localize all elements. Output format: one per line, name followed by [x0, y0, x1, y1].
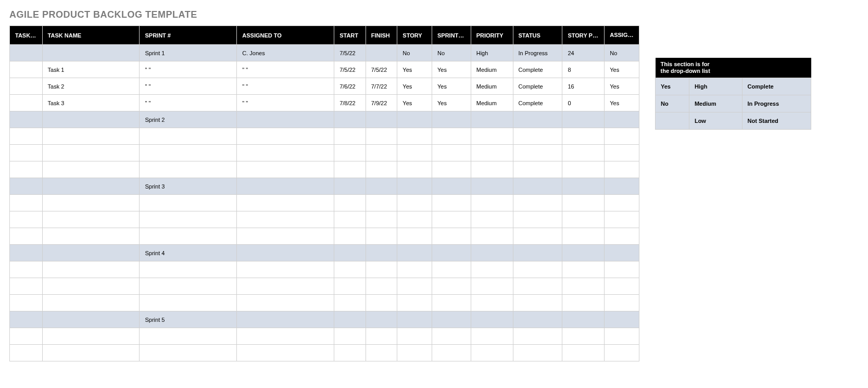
- cell-assigned-to[interactable]: [237, 228, 334, 245]
- cell-finish[interactable]: [366, 111, 397, 128]
- task-row[interactable]: [10, 128, 639, 145]
- cell-assigned-to-sprint[interactable]: [605, 211, 639, 228]
- cell-task-id[interactable]: [10, 195, 43, 211]
- cell-priority[interactable]: [471, 345, 513, 361]
- task-row[interactable]: Task 1" "" "7/5/227/5/22YesYesMediumComp…: [10, 61, 639, 78]
- cell-finish[interactable]: [366, 178, 397, 195]
- cell-task-name[interactable]: [42, 45, 140, 61]
- cell-story-points[interactable]: [562, 178, 605, 195]
- cell-story-points[interactable]: 16: [562, 78, 605, 95]
- cell-sprint[interactable]: [140, 345, 237, 361]
- cell-sprint[interactable]: Sprint 1: [140, 45, 237, 61]
- cell-priority[interactable]: [471, 195, 513, 211]
- cell-sprint-ready[interactable]: [432, 245, 471, 261]
- cell-story[interactable]: No: [397, 45, 432, 61]
- cell-story[interactable]: [397, 345, 432, 361]
- cell-task-id[interactable]: [10, 161, 43, 178]
- cell-sprint[interactable]: [140, 228, 237, 245]
- cell-story[interactable]: [397, 111, 432, 128]
- task-row[interactable]: [10, 195, 639, 211]
- cell-story[interactable]: [397, 161, 432, 178]
- cell-assigned-to[interactable]: " ": [237, 61, 334, 78]
- task-row[interactable]: [10, 295, 639, 311]
- cell-sprint-ready[interactable]: [432, 295, 471, 311]
- cell-story[interactable]: [397, 245, 432, 261]
- cell-task-id[interactable]: [10, 111, 43, 128]
- cell-finish[interactable]: 7/5/22: [366, 61, 397, 78]
- cell-status[interactable]: [513, 161, 562, 178]
- cell-task-id[interactable]: [10, 128, 43, 145]
- cell-finish[interactable]: [366, 211, 397, 228]
- cell-status[interactable]: [513, 178, 562, 195]
- cell-priority[interactable]: [471, 245, 513, 261]
- cell-assigned-to[interactable]: " ": [237, 95, 334, 111]
- cell-status[interactable]: Complete: [513, 95, 562, 111]
- cell-status[interactable]: [513, 278, 562, 295]
- cell-sprint[interactable]: [140, 295, 237, 311]
- cell-sprint[interactable]: [140, 161, 237, 178]
- cell-task-id[interactable]: [10, 311, 43, 328]
- cell-task-name[interactable]: [42, 211, 140, 228]
- cell-priority[interactable]: [471, 128, 513, 145]
- cell-task-name[interactable]: [42, 195, 140, 211]
- cell-task-id[interactable]: [10, 45, 43, 61]
- cell-status[interactable]: [513, 295, 562, 311]
- cell-finish[interactable]: [366, 345, 397, 361]
- cell-assigned-to-sprint[interactable]: Yes: [605, 95, 639, 111]
- cell-priority[interactable]: [471, 161, 513, 178]
- cell-story-points[interactable]: [562, 111, 605, 128]
- cell-task-name[interactable]: [42, 278, 140, 295]
- sprint-row[interactable]: Sprint 5: [10, 311, 639, 328]
- cell-sprint-ready[interactable]: [432, 261, 471, 278]
- cell-status[interactable]: [513, 145, 562, 161]
- cell-sprint[interactable]: " ": [140, 78, 237, 95]
- cell-story-points[interactable]: [562, 211, 605, 228]
- cell-task-id[interactable]: [10, 278, 43, 295]
- cell-story[interactable]: [397, 295, 432, 311]
- cell-start[interactable]: 7/5/22: [334, 45, 366, 61]
- cell-task-name[interactable]: [42, 328, 140, 345]
- cell-assigned-to[interactable]: " ": [237, 78, 334, 95]
- cell-task-id[interactable]: [10, 245, 43, 261]
- cell-finish[interactable]: [366, 145, 397, 161]
- cell-status[interactable]: [513, 345, 562, 361]
- cell-task-id[interactable]: [10, 261, 43, 278]
- cell-start[interactable]: [334, 111, 366, 128]
- cell-priority[interactable]: [471, 228, 513, 245]
- cell-finish[interactable]: [366, 311, 397, 328]
- task-row[interactable]: Task 2" "" "7/6/227/7/22YesYesMediumComp…: [10, 78, 639, 95]
- cell-priority[interactable]: [471, 111, 513, 128]
- cell-finish[interactable]: [366, 328, 397, 345]
- cell-assigned-to-sprint[interactable]: No: [605, 45, 639, 61]
- cell-finish[interactable]: [366, 161, 397, 178]
- cell-sprint[interactable]: Sprint 5: [140, 311, 237, 328]
- cell-priority[interactable]: Medium: [471, 95, 513, 111]
- cell-start[interactable]: [334, 261, 366, 278]
- cell-start[interactable]: [334, 345, 366, 361]
- cell-sprint-ready[interactable]: Yes: [432, 95, 471, 111]
- cell-sprint[interactable]: Sprint 3: [140, 178, 237, 195]
- cell-start[interactable]: [334, 178, 366, 195]
- cell-sprint-ready[interactable]: [432, 345, 471, 361]
- task-row[interactable]: [10, 211, 639, 228]
- cell-story-points[interactable]: [562, 278, 605, 295]
- cell-task-id[interactable]: [10, 211, 43, 228]
- cell-sprint-ready[interactable]: [432, 278, 471, 295]
- cell-assigned-to-sprint[interactable]: Yes: [605, 61, 639, 78]
- cell-sprint[interactable]: [140, 261, 237, 278]
- cell-start[interactable]: [334, 278, 366, 295]
- cell-priority[interactable]: High: [471, 45, 513, 61]
- sprint-row[interactable]: Sprint 2: [10, 111, 639, 128]
- cell-start[interactable]: 7/8/22: [334, 95, 366, 111]
- cell-task-name[interactable]: [42, 261, 140, 278]
- cell-priority[interactable]: Medium: [471, 78, 513, 95]
- cell-status[interactable]: Complete: [513, 61, 562, 78]
- cell-story[interactable]: [397, 178, 432, 195]
- cell-status[interactable]: [513, 195, 562, 211]
- cell-task-name[interactable]: [42, 345, 140, 361]
- cell-priority[interactable]: [471, 211, 513, 228]
- cell-story-points[interactable]: [562, 311, 605, 328]
- cell-story-points[interactable]: [562, 261, 605, 278]
- task-row[interactable]: Task 3" "" "7/8/227/9/22YesYesMediumComp…: [10, 95, 639, 111]
- cell-sprint-ready[interactable]: [432, 111, 471, 128]
